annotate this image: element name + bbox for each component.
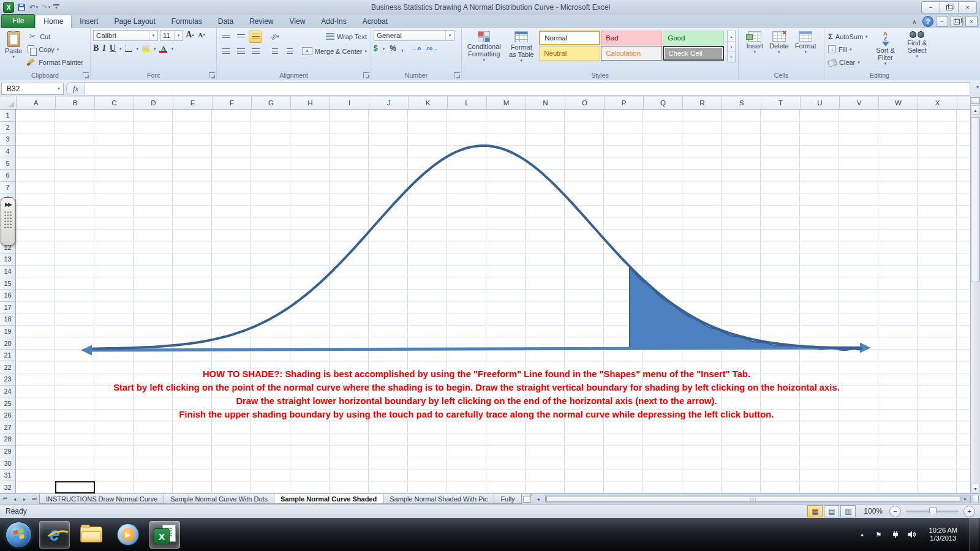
ribbon-tab-home[interactable]: Home <box>35 15 72 28</box>
workbook-minimize-button[interactable]: − <box>936 16 948 27</box>
cell-style-good[interactable]: Good <box>663 31 724 45</box>
column-header-Q[interactable]: Q <box>644 97 683 109</box>
vertical-scrollbar[interactable]: ▲ ▼ <box>970 97 980 493</box>
paste-button[interactable]: Paste ▾ <box>2 30 24 71</box>
column-header-L[interactable]: L <box>448 97 487 109</box>
previous-sheet-button[interactable]: ◂ <box>10 494 20 504</box>
last-sheet-button[interactable]: ⏭ <box>29 494 39 504</box>
selected-cell-outline[interactable] <box>55 481 95 493</box>
row-header-21[interactable]: 21 <box>0 350 15 362</box>
taskbar-media-player[interactable]: ▶ <box>113 521 143 549</box>
x-axis-line[interactable] <box>90 348 862 350</box>
paste-dropdown-caret[interactable]: ▾ <box>12 54 15 59</box>
x-axis-left-arrowhead[interactable] <box>81 345 92 356</box>
close-window-button[interactable]: × <box>958 1 977 13</box>
delete-cells-button[interactable]: ✕ Delete ▾ <box>767 30 791 71</box>
docked-tool-handle[interactable]: ▶▶ <box>1 197 15 246</box>
worksheet-grid[interactable]: HOW TO SHADE?: Shading is best accomplis… <box>0 110 970 493</box>
horizontal-scroll-thumb[interactable]: |||| <box>546 496 960 502</box>
zoom-level[interactable]: 100% <box>858 507 888 515</box>
borders-button[interactable] <box>125 45 132 52</box>
column-header-T[interactable]: T <box>761 97 801 109</box>
accounting-format-button[interactable]: $ <box>374 44 378 53</box>
bold-button[interactable]: B <box>93 43 99 53</box>
ribbon-tab-add-ins[interactable]: Add-Ins <box>313 15 354 28</box>
help-button[interactable]: ? <box>922 16 933 27</box>
zoom-slider[interactable] <box>906 511 959 512</box>
ribbon-tab-file[interactable]: File <box>1 14 35 28</box>
ribbon-tab-insert[interactable]: Insert <box>72 15 106 28</box>
row-header-15[interactable]: 15 <box>0 277 15 290</box>
tab-scroll-left-button[interactable]: ◂ <box>533 494 543 504</box>
undo-button[interactable]: ↶▾ <box>29 2 39 13</box>
number-format-select[interactable]: General▾ <box>374 30 454 41</box>
power-plug-icon[interactable] <box>891 530 900 539</box>
clipboard-dialog-launcher[interactable] <box>83 72 89 78</box>
styles-more-button[interactable]: ≡ <box>728 52 735 62</box>
taskbar-excel[interactable]: X <box>149 521 180 549</box>
restore-window-button[interactable] <box>940 1 959 13</box>
format-painter-button[interactable]: Format Painter <box>26 56 85 69</box>
save-button[interactable] <box>17 2 26 13</box>
insert-cells-button[interactable]: Insert ▾ <box>744 30 766 71</box>
ribbon-tab-data[interactable]: Data <box>210 15 241 28</box>
zoom-out-button[interactable]: − <box>889 506 901 517</box>
cell-style-normal[interactable]: Normal <box>539 31 600 45</box>
row-header-29[interactable]: 29 <box>0 446 15 458</box>
row-header-14[interactable]: 14 <box>0 266 15 278</box>
expand-formula-bar-button[interactable]: ▾ <box>976 84 979 90</box>
column-header-H[interactable]: H <box>291 97 330 109</box>
row-header-16[interactable]: 16 <box>0 290 15 302</box>
column-header-E[interactable]: E <box>173 97 213 109</box>
font-color-caret[interactable]: ▾ <box>171 47 173 51</box>
bell-curve-line[interactable] <box>93 146 861 349</box>
workbook-close-button[interactable]: × <box>965 16 978 27</box>
scroll-right-button[interactable]: ▸ <box>962 496 969 502</box>
sort-filter-button[interactable]: AZ Sort & Filter ▾ <box>871 30 900 71</box>
sheet-tab-fully[interactable]: Fully <box>494 494 521 504</box>
ribbon-tab-view[interactable]: View <box>282 15 314 28</box>
font-color-button[interactable]: A <box>159 45 167 53</box>
format-as-table-button[interactable]: Format as Table ▾ <box>505 30 537 71</box>
column-header-N[interactable]: N <box>526 97 565 109</box>
increase-decimal-button[interactable]: ←.0 <box>412 46 421 51</box>
row-header-1[interactable]: 1 <box>0 110 15 122</box>
collapse-ribbon-button[interactable]: ∧ <box>909 17 920 26</box>
column-header-X[interactable]: X <box>918 97 957 109</box>
zoom-slider-thumb[interactable] <box>929 508 937 517</box>
styles-scroll-down-button[interactable]: ▾ <box>728 42 735 52</box>
speaker-icon[interactable] <box>907 530 917 539</box>
scroll-up-button[interactable]: ▲ <box>971 105 980 115</box>
row-header-27[interactable]: 27 <box>0 421 15 433</box>
column-header-A[interactable]: A <box>17 97 56 109</box>
taskbar-internet-explorer[interactable]: e <box>39 521 70 549</box>
column-header-O[interactable]: O <box>565 97 605 109</box>
column-header-U[interactable]: U <box>801 97 840 109</box>
font-dialog-launcher[interactable] <box>209 72 215 78</box>
row-header-6[interactable]: 6 <box>0 170 15 182</box>
column-header-J[interactable]: J <box>369 97 409 109</box>
taskbar-clock[interactable]: 10:26 AM 1/3/2013 <box>924 527 963 542</box>
workbook-restore-button[interactable] <box>951 16 963 27</box>
formula-input[interactable] <box>85 82 970 96</box>
column-header-P[interactable]: P <box>605 97 644 109</box>
name-box[interactable]: B32 ▾ <box>1 83 64 95</box>
row-header-13[interactable]: 13 <box>0 253 15 266</box>
redo-button[interactable]: ↷▾ <box>41 2 51 13</box>
cut-button[interactable]: ✂Cut <box>26 30 85 43</box>
customize-qat-button[interactable]: ▾ <box>53 4 59 15</box>
insert-function-button[interactable]: fx <box>69 84 82 94</box>
accounting-format-caret[interactable]: ▾ <box>383 47 385 51</box>
format-cells-button[interactable]: Format ▾ <box>793 30 819 71</box>
row-header-4[interactable]: 4 <box>0 146 15 158</box>
row-header-3[interactable]: 3 <box>0 133 15 146</box>
sheet-tab-instructions-draw-normal-curve[interactable]: INSTRUCTIONS Draw Normal Curve <box>39 494 164 504</box>
column-header-I[interactable]: I <box>330 97 369 109</box>
ribbon-tab-review[interactable]: Review <box>241 15 281 28</box>
comma-style-button[interactable]: , <box>401 44 403 53</box>
column-header-K[interactable]: K <box>409 97 448 109</box>
increase-indent-button[interactable] <box>283 45 296 58</box>
copy-button[interactable]: Copy▾ <box>26 43 85 56</box>
scroll-down-button[interactable]: ▼ <box>971 484 980 493</box>
styles-scroll-up-button[interactable]: ▴ <box>728 31 735 42</box>
